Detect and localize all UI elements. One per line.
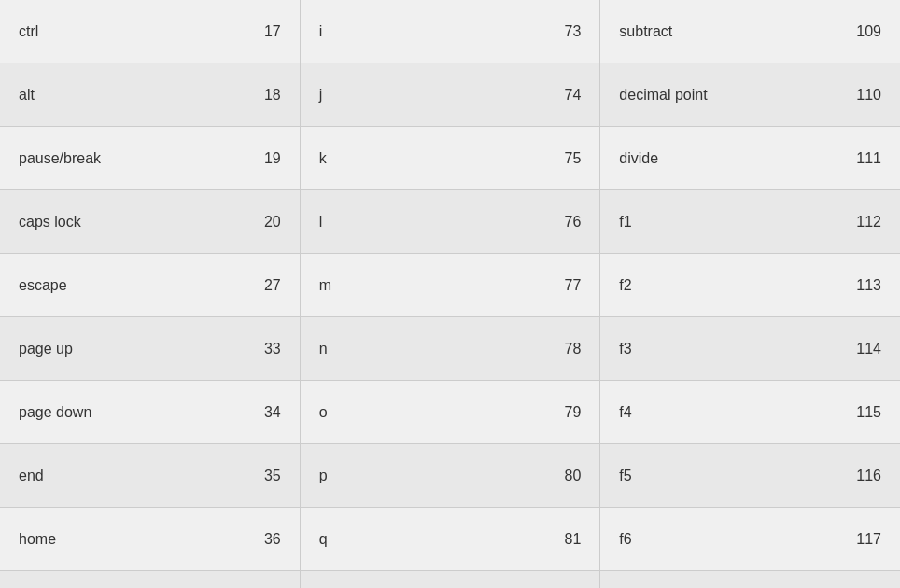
table-row: j74	[301, 63, 600, 127]
table-row: caps lock20	[0, 190, 300, 254]
table-row: n78	[301, 317, 600, 381]
table-row: o79	[301, 381, 600, 444]
key-name: ctrl	[19, 23, 38, 40]
key-code: 80	[565, 468, 582, 484]
table-row: ctrl17	[0, 0, 300, 63]
key-name: home	[19, 531, 56, 548]
key-name: n	[319, 341, 328, 357]
key-code: 116	[856, 468, 881, 484]
table-row: q81	[301, 508, 600, 571]
columns-wrapper: ctrl17alt18pause/break19caps lock20escap…	[0, 0, 900, 588]
key-code: 19	[264, 150, 281, 167]
key-name: caps lock	[19, 214, 81, 231]
key-code: 78	[565, 341, 582, 357]
key-name: m	[319, 277, 331, 294]
key-name: subtract	[619, 23, 672, 40]
key-name: page up	[19, 341, 73, 357]
table-row: f4115	[600, 381, 900, 444]
table-row: f6117	[600, 508, 900, 571]
key-name: j	[319, 87, 323, 104]
table-row: end35	[0, 444, 300, 508]
key-code: 18	[264, 87, 281, 104]
key-name: end	[19, 468, 44, 484]
table-row: escape27	[0, 254, 300, 317]
table-row: p80	[301, 444, 600, 508]
key-code: 77	[565, 277, 582, 294]
table-row: f7118	[600, 571, 900, 588]
table-row: f1112	[600, 190, 900, 254]
table-row: divide111	[600, 127, 900, 190]
key-name: f6	[619, 531, 631, 548]
table-row: decimal point110	[600, 63, 900, 127]
key-name: f4	[619, 404, 631, 421]
key-code: 114	[856, 341, 881, 357]
table-row: m77	[301, 254, 600, 317]
table-row: f3114	[600, 317, 900, 381]
key-code: 109	[856, 23, 881, 40]
table-row: r82	[301, 571, 600, 588]
key-name: alt	[19, 87, 35, 104]
key-name: k	[319, 150, 327, 167]
table-row: home36	[0, 508, 300, 571]
column-2: subtract109decimal point110divide111f111…	[600, 0, 900, 588]
key-code: 113	[856, 277, 881, 294]
key-code: 33	[264, 341, 281, 357]
table-row: l76	[301, 190, 600, 254]
table-row: k75	[301, 127, 600, 190]
table-row: left arrow37	[0, 571, 300, 588]
table-row: page up33	[0, 317, 300, 381]
key-code: 27	[264, 277, 281, 294]
key-name: page down	[19, 404, 91, 421]
key-name: escape	[19, 277, 67, 294]
key-code: 34	[264, 404, 281, 421]
key-name: q	[319, 531, 328, 548]
key-code: 110	[856, 87, 881, 104]
key-name: f3	[619, 341, 631, 357]
key-name: f1	[619, 214, 631, 231]
key-name: pause/break	[19, 150, 101, 167]
key-name: i	[319, 23, 323, 40]
table-row: subtract109	[600, 0, 900, 63]
key-name: f2	[619, 277, 631, 294]
column-0: ctrl17alt18pause/break19caps lock20escap…	[0, 0, 301, 588]
key-code: 75	[565, 150, 582, 167]
key-name: p	[319, 468, 328, 484]
key-code: 117	[856, 531, 881, 548]
table-row: f2113	[600, 254, 900, 317]
table-row: pause/break19	[0, 127, 300, 190]
key-code: 81	[565, 531, 582, 548]
key-name: f5	[619, 468, 631, 484]
table-row: page down34	[0, 381, 300, 444]
key-code: 115	[856, 404, 881, 421]
key-code: 79	[565, 404, 582, 421]
key-code: 36	[264, 531, 281, 548]
table-row: alt18	[0, 63, 300, 127]
key-code: 76	[565, 214, 582, 231]
key-code: 73	[565, 23, 582, 40]
key-name: divide	[619, 150, 658, 167]
key-code: 20	[264, 214, 281, 231]
table-row: f5116	[600, 444, 900, 508]
keycode-table: ctrl17alt18pause/break19caps lock20escap…	[0, 0, 900, 588]
table-row: i73	[301, 0, 600, 63]
key-code: 111	[856, 150, 881, 167]
key-code: 112	[856, 214, 881, 231]
key-code: 17	[264, 23, 281, 40]
key-code: 74	[565, 87, 582, 104]
column-1: i73j74k75l76m77n78o79p80q81r82	[301, 0, 601, 588]
key-code: 35	[264, 468, 281, 484]
key-name: l	[319, 214, 323, 231]
key-name: o	[319, 404, 328, 421]
key-name: decimal point	[619, 87, 707, 104]
